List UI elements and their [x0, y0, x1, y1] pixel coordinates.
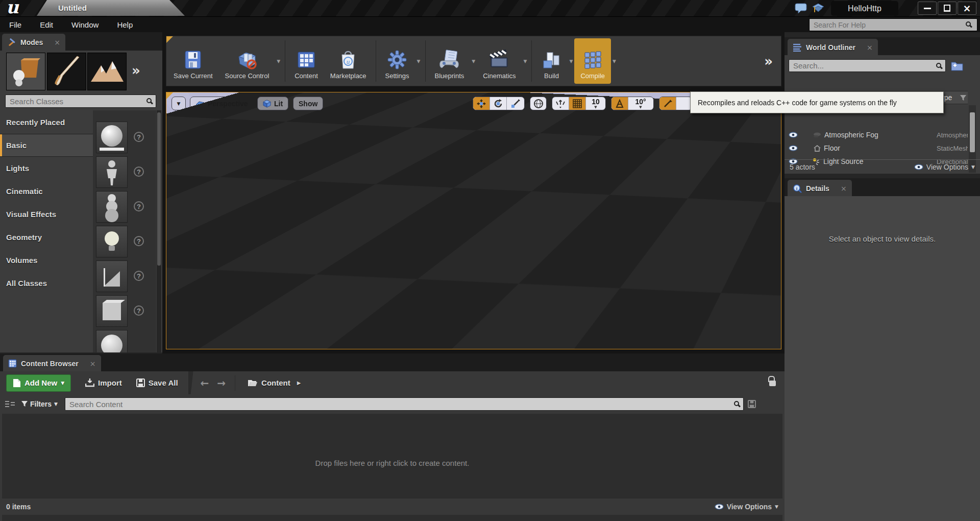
search-content-input[interactable] [69, 400, 731, 409]
category-lights[interactable]: Lights [0, 157, 93, 180]
rotate-tool-button[interactable] [490, 97, 507, 110]
title-bar[interactable]: u Untitled HelloHttp × [0, 0, 980, 17]
move-tool-button[interactable] [473, 97, 490, 110]
help-search-box[interactable] [809, 18, 977, 31]
modes-overflow-chevron[interactable]: » [132, 63, 140, 78]
help-search-input[interactable] [814, 21, 964, 29]
help-icon[interactable]: ? [134, 201, 144, 211]
filter-icon[interactable] [960, 95, 966, 101]
settings-dropdown[interactable]: ▼ [415, 59, 422, 64]
source-control-button[interactable]: Source Control [219, 38, 276, 84]
rotation-snap-value-button[interactable]: 10°▼ [628, 97, 653, 110]
breadcrumb-content[interactable]: Content ▶ [240, 374, 308, 392]
viewport-scene[interactable]: X Y ? Level:Untitled (Persistent) [166, 92, 781, 349]
scale-snap-toggle[interactable] [659, 97, 676, 110]
build-dropdown[interactable]: ▼ [568, 59, 574, 64]
outliner-search-input[interactable] [793, 61, 933, 70]
category-recently-placed[interactable]: Recently Placed [0, 111, 93, 134]
help-icon[interactable]: ? [134, 167, 144, 177]
surface-snap-button[interactable] [552, 97, 569, 110]
paint-mode-button[interactable] [47, 53, 86, 90]
menu-edit[interactable]: Edit [40, 20, 53, 29]
details-tab[interactable]: i Details × [788, 180, 852, 197]
viewport-help-icon[interactable]: ? [177, 327, 186, 337]
cinematics-dropdown[interactable]: ▼ [522, 59, 529, 64]
category-volumes[interactable]: Volumes [0, 249, 93, 272]
asset-player-start[interactable] [96, 260, 128, 292]
player-start-marker[interactable] [460, 177, 506, 238]
build-button[interactable]: Build [535, 38, 568, 84]
asset-pawn[interactable] [96, 191, 128, 223]
place-mode-button[interactable] [6, 53, 45, 90]
back-arrow-button[interactable]: ← [197, 377, 213, 389]
help-icon[interactable]: ? [134, 271, 144, 281]
save-current-button[interactable]: Save Current [167, 38, 219, 84]
toolbar-overflow-chevron[interactable]: » [764, 54, 780, 69]
coordinate-space-toggle[interactable] [530, 97, 547, 110]
category-visual-effects[interactable]: Visual Effects [0, 203, 93, 226]
forward-arrow-button[interactable]: → [213, 377, 230, 389]
grid-snap-value-button[interactable]: 10▼ [586, 97, 605, 110]
viewport[interactable]: X Y ? Level:Untitled (Persistent) ▼ Pers… [166, 92, 781, 349]
rotation-snap-toggle[interactable] [611, 97, 628, 110]
save-all-button[interactable]: Save All [129, 374, 185, 392]
feedback-bubble-icon[interactable] [795, 2, 808, 14]
unlock-icon[interactable] [768, 380, 776, 387]
asset-point-light[interactable] [96, 226, 128, 257]
compile-button[interactable]: Compile [574, 38, 611, 84]
content-browser-tab[interactable]: Content Browser × [3, 355, 101, 372]
category-cinematic[interactable]: Cinematic [0, 180, 93, 203]
outliner-row-floor[interactable]: Floor StaticMesh [785, 141, 968, 155]
close-icon[interactable]: × [90, 360, 96, 368]
close-icon[interactable]: × [54, 38, 60, 46]
outliner-view-options[interactable]: View Options▼ [914, 163, 975, 171]
blueprints-button[interactable]: Blueprints [429, 38, 471, 84]
menu-window[interactable]: Window [71, 20, 99, 29]
scale-tool-button[interactable] [507, 97, 524, 110]
settings-button[interactable]: Settings [379, 38, 415, 84]
blueprints-dropdown[interactable]: ▼ [470, 59, 477, 64]
landscape-mode-button[interactable] [87, 53, 127, 90]
close-icon[interactable]: × [867, 43, 873, 52]
asset-sphere[interactable] [96, 122, 128, 153]
filters-button[interactable]: Filters▼ [21, 400, 58, 408]
level-tab[interactable]: Untitled [37, 0, 185, 16]
save-search-icon[interactable] [748, 400, 756, 408]
source-control-dropdown[interactable]: ▼ [275, 59, 282, 64]
help-icon[interactable]: ? [134, 305, 144, 316]
category-all-classes[interactable]: All Classes [0, 272, 93, 295]
close-button[interactable]: × [958, 2, 976, 15]
grid-snap-toggle[interactable] [569, 97, 586, 110]
viewport-options-dropdown[interactable]: ▼ [172, 97, 186, 110]
asset-cube[interactable] [96, 295, 128, 327]
world-outliner-tab[interactable]: World Outliner × [788, 39, 878, 56]
compile-dropdown[interactable]: ▼ [611, 59, 618, 64]
asset-sphere-partial[interactable] [96, 330, 128, 352]
minimize-button[interactable] [918, 2, 937, 15]
help-icon[interactable]: ? [134, 132, 144, 142]
marketplace-button[interactable]: u Marketplace [324, 38, 373, 84]
visibility-eye-icon[interactable] [789, 132, 798, 138]
category-geometry[interactable]: Geometry [0, 226, 93, 249]
camera-mode-button[interactable]: Perspective [190, 97, 254, 110]
content-view-options[interactable]: View Options▼ [715, 503, 778, 511]
new-folder-icon[interactable] [950, 59, 964, 72]
category-basic[interactable]: Basic [0, 134, 93, 157]
outliner-row-atmospheric-fog[interactable]: Atmospheric Fog Atmospher [785, 128, 968, 141]
tutorial-cap-icon[interactable] [812, 2, 825, 14]
search-classes-box[interactable] [5, 94, 156, 108]
close-icon[interactable]: × [841, 184, 847, 193]
search-classes-input[interactable] [10, 97, 143, 106]
menu-file[interactable]: File [9, 20, 21, 29]
content-button[interactable]: Content [288, 38, 324, 84]
add-new-button[interactable]: Add New ▼ [6, 374, 71, 392]
cinematics-button[interactable]: Cinematics [477, 38, 522, 84]
sources-panel-toggle-icon[interactable] [5, 400, 15, 408]
asset-character[interactable] [96, 156, 128, 188]
modes-scrollbar[interactable] [157, 110, 161, 352]
view-mode-button[interactable]: Lit [257, 97, 288, 110]
show-button[interactable]: Show [293, 97, 323, 110]
search-content-box[interactable] [65, 397, 744, 411]
outliner-search-box[interactable] [789, 59, 946, 72]
help-icon[interactable]: ? [134, 236, 144, 246]
